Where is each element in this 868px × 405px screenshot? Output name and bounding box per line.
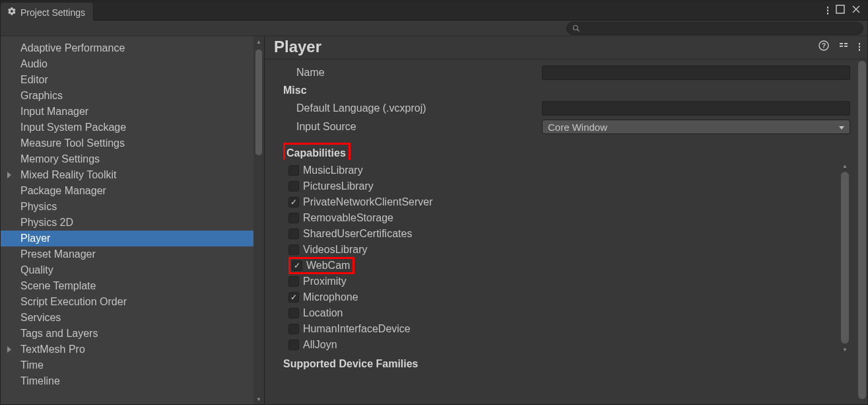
sidebar-item-adaptive-performance[interactable]: Adaptive Performance xyxy=(1,40,253,56)
sidebar-item-editor[interactable]: Editor xyxy=(1,72,253,88)
window-tab-project-settings[interactable]: Project Settings xyxy=(1,2,94,22)
sidebar-item-tags-and-layers[interactable]: Tags and Layers xyxy=(1,326,253,342)
cap-scroll-thumb[interactable] xyxy=(841,172,849,344)
default-language-input[interactable] xyxy=(542,101,850,116)
settings-sidebar: Adaptive PerformanceAudioEditorGraphicsI… xyxy=(1,36,253,404)
close-icon[interactable] xyxy=(851,5,861,17)
sidebar-item-mixed-reality-toolkit[interactable]: Mixed Reality Toolkit xyxy=(1,167,253,183)
sidebar-item-package-manager[interactable]: Package Manager xyxy=(1,183,253,199)
sidebar-item-label: Package Manager xyxy=(20,185,106,196)
capability-checkbox[interactable] xyxy=(288,165,299,176)
search-input[interactable] xyxy=(584,24,857,33)
capability-highlight: ✓WebCam xyxy=(288,257,354,274)
capability-checkbox[interactable] xyxy=(288,340,299,350)
capability-checkbox[interactable] xyxy=(288,324,299,334)
sidebar-item-label: Memory Settings xyxy=(20,153,100,165)
sidebar-item-graphics[interactable]: Graphics xyxy=(1,88,253,104)
capability-label: HumanInterfaceDevice xyxy=(303,323,411,335)
panel-menu-icon[interactable] xyxy=(858,42,861,52)
capability-checkbox[interactable]: ✓ xyxy=(288,292,299,303)
sidebar-item-script-execution-order[interactable]: Script Execution Order xyxy=(1,294,253,310)
svg-point-3 xyxy=(574,25,578,30)
cap-scroll-up[interactable]: ▲ xyxy=(841,163,849,169)
capability-label: MusicLibrary xyxy=(303,165,363,176)
capability-checkbox[interactable] xyxy=(288,308,299,318)
sidebar-item-label: Tags and Layers xyxy=(20,328,98,339)
capability-checkbox[interactable] xyxy=(288,181,299,192)
svg-text:?: ? xyxy=(822,42,826,50)
sidebar-item-player[interactable]: Player xyxy=(1,231,253,246)
searchbar-row xyxy=(1,20,867,36)
svg-rect-8 xyxy=(840,46,843,47)
sidebar-item-scene-template[interactable]: Scene Template xyxy=(1,278,253,294)
capability-checkbox[interactable]: ✓ xyxy=(292,260,302,271)
input-source-dropdown[interactable]: Core Window xyxy=(542,120,850,134)
help-icon[interactable]: ? xyxy=(818,40,829,54)
capability-label: PrivateNetworkClientServer xyxy=(303,196,433,208)
capability-row-musiclibrary: MusicLibrary xyxy=(284,163,849,178)
capability-row-microphone: ✓Microphone xyxy=(284,289,849,305)
gear-icon xyxy=(7,7,17,18)
sidebar-scrollbar[interactable]: ▲ ▼ xyxy=(253,36,264,404)
sidebar-item-audio[interactable]: Audio xyxy=(1,56,253,72)
capability-row-proximity: Proximity xyxy=(284,274,849,289)
svg-rect-9 xyxy=(844,43,848,44)
titlebar-controls xyxy=(820,1,867,20)
window-menu-icon[interactable] xyxy=(826,6,829,15)
capability-row-videoslibrary: VideosLibrary xyxy=(284,242,849,258)
sidebar-item-label: Timeline xyxy=(20,375,60,387)
input-source-row: Input Source Core Window xyxy=(278,118,851,136)
sidebar-item-preset-manager[interactable]: Preset Manager xyxy=(1,246,253,262)
expand-arrow-icon[interactable] xyxy=(7,172,11,178)
capability-checkbox[interactable] xyxy=(288,213,299,223)
capability-row-removablestorage: RemovableStorage xyxy=(284,210,849,226)
sidebar-scroll-thumb[interactable] xyxy=(255,50,262,155)
expand-arrow-icon[interactable] xyxy=(7,346,11,353)
capability-checkbox[interactable]: ✓ xyxy=(288,197,299,207)
search-input-wrap[interactable] xyxy=(566,22,863,35)
project-settings-window: Project Settings Adaptive PerformanceAud… xyxy=(0,0,868,405)
sidebar-item-label: Graphics xyxy=(20,90,63,101)
sidebar-item-label: Physics 2D xyxy=(20,217,73,228)
scroll-down-arrow[interactable]: ▼ xyxy=(253,394,264,404)
cap-scroll-down[interactable]: ▼ xyxy=(841,346,849,353)
capability-label: RemovableStorage xyxy=(303,212,393,224)
maximize-icon[interactable] xyxy=(836,5,845,17)
capability-checkbox[interactable] xyxy=(288,276,299,287)
sidebar-item-input-system-package[interactable]: Input System Package xyxy=(1,120,253,135)
sidebar-item-physics-2d[interactable]: Physics 2D xyxy=(1,215,253,231)
sidebar-item-services[interactable]: Services xyxy=(1,310,253,326)
search-icon xyxy=(572,24,580,32)
sidebar-item-quality[interactable]: Quality xyxy=(1,262,253,278)
sidebar-item-measure-tool-settings[interactable]: Measure Tool Settings xyxy=(1,135,253,151)
capability-checkbox[interactable] xyxy=(288,244,299,255)
name-input[interactable] xyxy=(542,65,850,80)
sidebar-item-label: Mixed Reality Toolkit xyxy=(20,169,117,180)
sidebar-item-timeline[interactable]: Timeline xyxy=(1,373,253,389)
sidebar-item-label: Scene Template xyxy=(20,280,96,291)
preset-icon[interactable] xyxy=(838,40,849,54)
sidebar-item-time[interactable]: Time xyxy=(1,357,253,373)
sidebar-item-label: Editor xyxy=(20,74,48,85)
sidebar-item-label: Services xyxy=(20,312,61,323)
main-scroll-thumb[interactable] xyxy=(858,61,866,399)
scroll-up-arrow[interactable]: ▲ xyxy=(253,36,264,47)
sidebar-item-memory-settings[interactable]: Memory Settings xyxy=(1,151,253,167)
sidebar-item-textmesh-pro[interactable]: TextMesh Pro xyxy=(1,342,253,357)
main-scrollbar[interactable] xyxy=(857,59,867,404)
capability-checkbox[interactable] xyxy=(288,229,299,239)
capability-row-humaninterfacedevice: HumanInterfaceDevice xyxy=(284,321,849,337)
sidebar-item-label: Preset Manager xyxy=(20,248,96,260)
capability-row-location: Location xyxy=(284,305,849,321)
sidebar-item-input-manager[interactable]: Input Manager xyxy=(1,104,253,120)
sidebar-item-physics[interactable]: Physics xyxy=(1,199,253,215)
capability-row-sharedusercertificates: SharedUserCertificates xyxy=(284,226,849,242)
input-source-value: Core Window xyxy=(548,122,607,133)
sidebar-item-label: Adaptive Performance xyxy=(20,42,125,54)
capabilities-scrollbar[interactable]: ▲ ▼ xyxy=(841,163,849,353)
sidebar-item-label: Measure Tool Settings xyxy=(20,137,125,149)
supported-families-label: Supported Device Families xyxy=(278,355,851,373)
capability-label: AllJoyn xyxy=(303,339,337,351)
sidebar-item-label: TextMesh Pro xyxy=(20,344,85,355)
capability-row-webcam: ✓WebCam xyxy=(284,258,849,274)
